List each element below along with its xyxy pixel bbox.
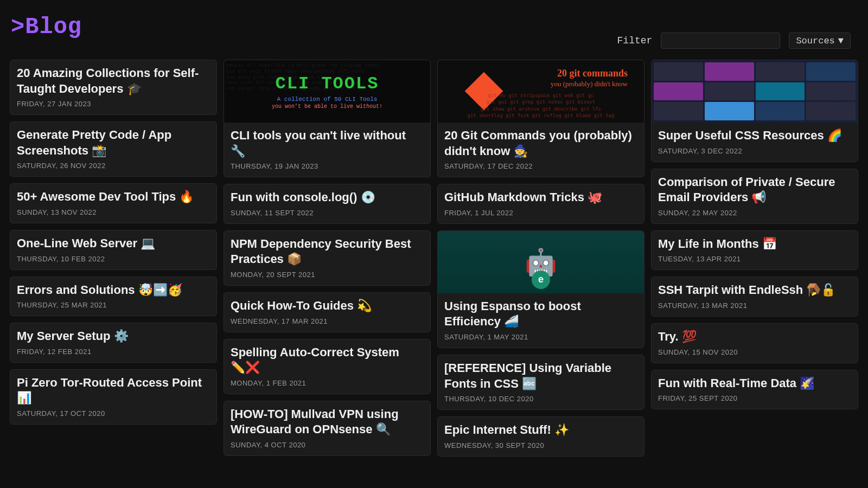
post-title: Epic Internet Stuff! ✨ <box>444 422 637 438</box>
post-card[interactable]: Try. 💯SUNDAY, 15 NOV 2020 <box>651 323 858 363</box>
post-date: SATURDAY, 17 DEC 2022 <box>444 162 637 170</box>
post-title: Try. 💯 <box>658 329 851 345</box>
post-title: 50+ Awesome Dev Tool Tips 🔥 <box>17 189 210 205</box>
post-card[interactable]: NPM Dependency Security Best Practices 📦… <box>224 230 431 286</box>
grid-column: Super Useful CSS Resources 🌈SATURDAY, 3 … <box>651 60 858 457</box>
post-title: [HOW-TO] Mullvad VPN using WireGuard on … <box>231 407 424 438</box>
post-date: SATURDAY, 13 MAR 2021 <box>658 301 851 310</box>
post-date: FRIDAY, 27 JAN 2023 <box>17 100 210 108</box>
post-card[interactable]: 20 Amazing Collections for Self-Taught D… <box>10 60 217 115</box>
post-card[interactable]: My Life in Months 📅TUESDAY, 13 APR 2021 <box>651 230 858 271</box>
post-card[interactable]: Pi Zero Tor-Routed Access Point 📊SATURDA… <box>10 369 217 425</box>
chevron-down-icon: ▼ <box>838 36 844 46</box>
post-date: SATURDAY, 1 MAY 2021 <box>444 333 637 341</box>
post-title: Errors and Solutions 🤯➡️🥳 <box>17 282 210 298</box>
post-title: Comparison of Private / Secure Email Pro… <box>658 175 851 206</box>
page-title: >Blog <box>11 14 82 40</box>
post-card[interactable]: My Server Setup ⚙️FRIDAY, 12 FEB 2021 <box>10 323 217 363</box>
post-date: MONDAY, 20 SEPT 2021 <box>231 271 424 279</box>
post-title: NPM Dependency Security Best Practices 📦 <box>231 236 424 267</box>
post-date: WEDNESDAY, 17 MAR 2021 <box>231 317 424 325</box>
prompt-icon: > <box>11 14 25 40</box>
post-card[interactable]: 🤖eUsing Espanso to boost Efficiency 🚄SAT… <box>437 230 644 348</box>
post-card[interactable]: pmusic cli hyperline jq mcli gruve rip c… <box>224 60 431 177</box>
post-title: Quick How-To Guides 💫 <box>231 298 424 314</box>
post-date: SATURDAY, 17 OCT 2020 <box>17 409 210 418</box>
title-text: Blog <box>25 14 82 40</box>
post-card[interactable]: GitHub Markdown Tricks 🐙FRIDAY, 1 JUL 20… <box>437 184 644 224</box>
post-thumbnail <box>652 60 858 123</box>
post-date: FRIDAY, 12 FEB 2021 <box>17 348 210 356</box>
post-date: WEDNESDAY, 30 SEPT 2020 <box>444 441 637 450</box>
post-title: CLI tools you can't live without 🔧 <box>231 128 424 159</box>
post-title: 20 Amazing Collections for Self-Taught D… <box>17 66 210 97</box>
post-title: One-Line Web Server 💻 <box>17 236 210 252</box>
post-card[interactable]: Spelling Auto-Correct System ✏️❌MONDAY, … <box>224 339 431 394</box>
post-title: My Server Setup ⚙️ <box>17 329 210 344</box>
post-thumbnail: pmusic cli hyperline jq mcli gruve rip c… <box>224 60 430 123</box>
post-date: THURSDAY, 10 FEB 2022 <box>17 255 210 263</box>
post-card[interactable]: One-Line Web Server 💻THURSDAY, 10 FEB 20… <box>10 230 217 270</box>
espanso-logo-icon: e <box>532 271 550 289</box>
post-card[interactable]: 50+ Awesome Dev Tool Tips 🔥SUNDAY, 13 NO… <box>10 183 217 223</box>
post-title: Super Useful CSS Resources 🌈 <box>658 128 851 144</box>
post-date: SUNDAY, 11 SEPT 2022 <box>231 209 424 217</box>
grid-column: 20 git commands you (probably) didn't kn… <box>437 60 644 457</box>
grid-column: 20 Amazing Collections for Self-Taught D… <box>10 60 217 457</box>
post-title: Fun with console.log() 💿 <box>231 190 424 206</box>
post-title: Using Espanso to boost Efficiency 🚄 <box>444 299 637 330</box>
post-grid: 20 Amazing Collections for Self-Taught D… <box>0 60 868 466</box>
post-card[interactable]: Fun with Real-Time Data 🌠FRIDAY, 25 SEPT… <box>651 370 858 410</box>
post-date: THURSDAY, 19 JAN 2023 <box>231 162 424 170</box>
post-date: THURSDAY, 10 DEC 2020 <box>444 395 637 403</box>
post-card[interactable]: Epic Internet Stuff! ✨WEDNESDAY, 30 SEPT… <box>437 416 644 457</box>
post-title: Spelling Auto-Correct System ✏️❌ <box>231 345 424 376</box>
header-controls: Filter Sources ▼ <box>617 33 851 49</box>
post-title: GitHub Markdown Tricks 🐙 <box>444 190 637 206</box>
post-card[interactable]: [REFERENCE] Using Variable Fonts in CSS … <box>437 355 644 410</box>
thumb-subtitle: you (probably) didn't know <box>551 80 628 88</box>
filter-label: Filter <box>617 35 653 46</box>
post-date: SUNDAY, 4 OCT 2020 <box>231 441 424 449</box>
post-date: FRIDAY, 1 JUL 2022 <box>444 209 637 217</box>
post-card[interactable]: Fun with console.log() 💿SUNDAY, 11 SEPT … <box>224 184 431 224</box>
post-title: [REFERENCE] Using Variable Fonts in CSS … <box>444 361 637 391</box>
post-date: SUNDAY, 15 NOV 2020 <box>658 348 851 356</box>
filter-input[interactable] <box>661 33 780 49</box>
post-thumbnail: 🤖e <box>438 231 644 293</box>
post-title: My Life in Months 📅 <box>658 236 851 252</box>
post-card[interactable]: Generate Pretty Code / App Screenshots 📸… <box>10 121 217 177</box>
sources-dropdown[interactable]: Sources ▼ <box>789 33 851 49</box>
post-title: Pi Zero Tor-Routed Access Point 📊 <box>17 375 210 406</box>
thumb-commands: git mv git stripspace git web git gcgit … <box>438 92 644 119</box>
sources-label: Sources <box>796 36 834 46</box>
post-date: SUNDAY, 13 NOV 2022 <box>17 208 210 216</box>
post-date: SATURDAY, 26 NOV 2022 <box>17 162 210 170</box>
post-card[interactable]: 20 git commands you (probably) didn't kn… <box>437 60 644 177</box>
post-card[interactable]: Errors and Solutions 🤯➡️🥳THURSDAY, 25 MA… <box>10 277 217 317</box>
thumb-title: 20 git commands <box>557 68 628 79</box>
post-date: SATURDAY, 3 DEC 2022 <box>658 147 851 155</box>
post-title: 20 Git Commands you (probably) didn't kn… <box>444 128 637 159</box>
post-title: Generate Pretty Code / App Screenshots 📸 <box>17 127 210 158</box>
post-card[interactable]: Quick How-To Guides 💫WEDNESDAY, 17 MAR 2… <box>224 292 431 332</box>
post-thumbnail: 20 git commands you (probably) didn't kn… <box>438 60 644 123</box>
post-title: SSH Tarpit with EndleSsh 🪤🔓 <box>658 282 851 298</box>
post-card[interactable]: [HOW-TO] Mullvad VPN using WireGuard on … <box>224 401 431 456</box>
post-title: Fun with Real-Time Data 🌠 <box>658 376 851 391</box>
post-date: FRIDAY, 25 SEPT 2020 <box>658 394 851 402</box>
post-date: THURSDAY, 25 MAR 2021 <box>17 301 210 309</box>
post-card[interactable]: SSH Tarpit with EndleSsh 🪤🔓SATURDAY, 13 … <box>651 277 858 317</box>
post-date: SUNDAY, 22 MAY 2022 <box>658 209 851 217</box>
post-date: MONDAY, 1 FEB 2021 <box>231 379 424 387</box>
grid-column: pmusic cli hyperline jq mcli gruve rip c… <box>224 60 431 457</box>
post-card[interactable]: Super Useful CSS Resources 🌈SATURDAY, 3 … <box>651 60 858 162</box>
post-date: TUESDAY, 13 APR 2021 <box>658 255 851 263</box>
post-card[interactable]: Comparison of Private / Secure Email Pro… <box>651 169 858 224</box>
